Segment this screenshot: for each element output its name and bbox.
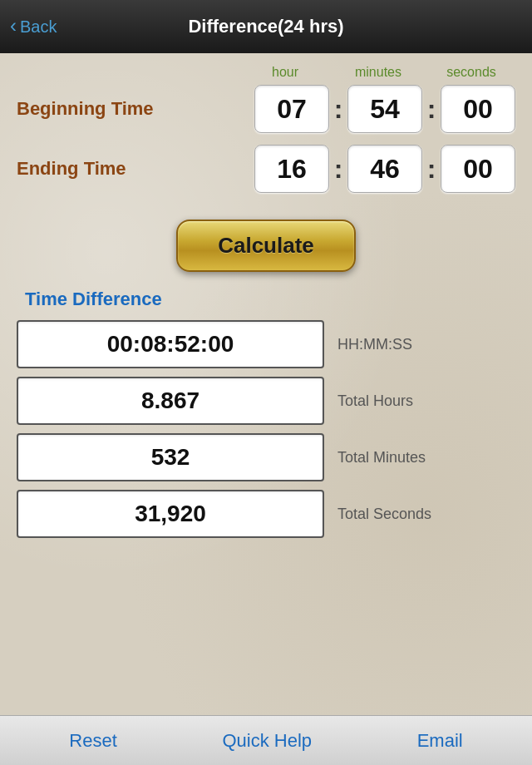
hour-column-label: hour — [248, 65, 323, 80]
back-label: Back — [20, 17, 57, 37]
total-seconds-result-value: 31,920 — [17, 490, 324, 538]
hhmm-result-row: 00:08:52:00 HH:MM:SS — [17, 320, 515, 368]
total-hours-result-value: 8.867 — [17, 377, 324, 425]
ending-colon-1: : — [329, 154, 347, 185]
beginning-minutes-input[interactable]: 54 — [347, 85, 422, 133]
back-chevron-icon: ‹ — [10, 14, 17, 37]
beginning-seconds-input[interactable]: 00 — [441, 85, 515, 133]
beginning-colon-2: : — [422, 94, 441, 125]
calculate-button[interactable]: Calculate — [176, 220, 356, 272]
beginning-hour-input[interactable]: 07 — [254, 85, 329, 133]
main-content: hour minutes seconds Beginning Time 07 :… — [0, 53, 532, 715]
beginning-time-label: Beginning Time — [17, 98, 254, 120]
beginning-time-row: Beginning Time 07 : 54 : 00 — [17, 85, 515, 133]
time-difference-title: Time Difference — [25, 289, 162, 310]
hhmm-result-label: HH:MM:SS — [337, 336, 412, 353]
total-hours-result-label: Total Hours — [337, 392, 413, 410]
total-minutes-result-label: Total Minutes — [337, 449, 426, 466]
ending-time-row: Ending Time 16 : 46 : 00 — [17, 145, 515, 193]
email-button[interactable]: Email — [417, 730, 463, 752]
quick-help-button[interactable]: Quick Help — [222, 730, 312, 752]
beginning-time-inputs: 07 : 54 : 00 — [254, 85, 515, 133]
total-seconds-result-label: Total Seconds — [337, 506, 431, 523]
seconds-column-label: seconds — [434, 65, 509, 80]
ending-minutes-input[interactable]: 46 — [347, 145, 422, 193]
ending-colon-2: : — [422, 154, 441, 185]
total-seconds-result-row: 31,920 Total Seconds — [17, 490, 515, 538]
hhmm-result-value: 00:08:52:00 — [17, 320, 324, 368]
total-hours-result-row: 8.867 Total Hours — [17, 377, 515, 425]
beginning-colon-1: : — [329, 94, 347, 125]
column-headers: hour minutes seconds — [17, 53, 515, 80]
ending-hour-input[interactable]: 16 — [254, 145, 329, 193]
ending-seconds-input[interactable]: 00 — [441, 145, 515, 193]
ending-time-label: Ending Time — [17, 158, 254, 180]
back-button[interactable]: ‹ Back — [10, 16, 57, 37]
minutes-column-label: minutes — [341, 65, 416, 80]
footer: Reset Quick Help Email — [0, 715, 532, 765]
ending-time-inputs: 16 : 46 : 00 — [254, 145, 515, 193]
page-title: Difference(24 hrs) — [188, 16, 343, 37]
header: ‹ Back Difference(24 hrs) — [0, 0, 532, 53]
calculate-button-wrap: Calculate — [176, 220, 356, 272]
reset-button[interactable]: Reset — [69, 730, 116, 752]
total-minutes-result-value: 532 — [17, 433, 324, 481]
total-minutes-result-row: 532 Total Minutes — [17, 433, 515, 481]
